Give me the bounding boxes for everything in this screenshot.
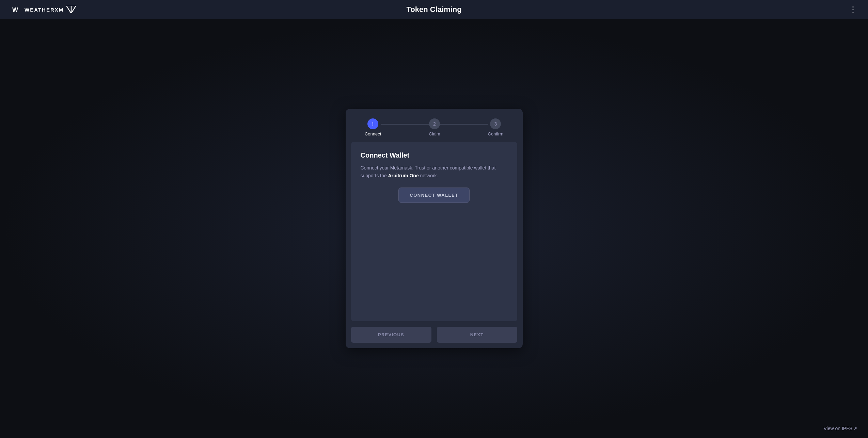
content-area: Connect Wallet Connect your Metamask, Tr… <box>351 142 517 321</box>
previous-button[interactable]: PREVIOUS <box>351 327 431 343</box>
ipfs-label: View on IPFS <box>823 426 852 431</box>
step-connect-number: ! <box>372 121 374 127</box>
logo: W WEATHERXM <box>11 4 76 15</box>
network-name: Arbitrum One <box>388 173 419 178</box>
stepper: ! Connect 2 Claim 3 Confirm <box>346 109 523 142</box>
step-claim: 2 Claim <box>429 118 440 136</box>
connect-wallet-button[interactable]: CONNECT WALLET <box>398 188 469 203</box>
step-confirm: 3 Confirm <box>488 118 504 136</box>
svg-text:W: W <box>12 6 18 13</box>
step-confirm-label: Confirm <box>488 131 504 136</box>
connect-wallet-description: Connect your Metamask, Trust or another … <box>361 164 508 179</box>
step-claim-number: 2 <box>433 121 436 127</box>
desc-part2: network. <box>419 173 438 178</box>
external-link-icon: ↗ <box>854 426 857 431</box>
weatherxm-logo-icon: W <box>11 4 22 15</box>
step-connect-circle: ! <box>367 118 378 129</box>
step-connector-1 <box>381 124 429 125</box>
footer-buttons: PREVIOUS NEXT <box>346 321 523 348</box>
dialog-card: ! Connect 2 Claim 3 Confirm <box>346 109 523 348</box>
ipfs-link[interactable]: View on IPFS ↗ <box>823 426 857 431</box>
logo-text: WEATHERXM <box>25 7 64 13</box>
empty-content-space <box>351 212 517 321</box>
xm-logo-icon <box>66 6 76 13</box>
menu-dots-icon: ⋮ <box>849 5 857 14</box>
step-connect: ! Connect <box>365 118 381 136</box>
step-confirm-number: 3 <box>494 121 497 127</box>
step-connector-2 <box>440 124 488 125</box>
step-claim-label: Claim <box>429 131 440 136</box>
connect-wallet-section: Connect Wallet Connect your Metamask, Tr… <box>351 142 517 212</box>
menu-button[interactable]: ⋮ <box>849 5 857 14</box>
topbar-title: Token Claiming <box>406 5 461 14</box>
step-connect-label: Connect <box>365 131 381 136</box>
step-confirm-circle: 3 <box>490 118 501 129</box>
next-button[interactable]: NEXT <box>437 327 517 343</box>
main-content: ! Connect 2 Claim 3 Confirm <box>0 19 868 438</box>
topbar: W WEATHERXM Token Claiming ⋮ <box>0 0 868 19</box>
connect-wallet-title: Connect Wallet <box>361 151 508 159</box>
step-claim-circle: 2 <box>429 118 440 129</box>
